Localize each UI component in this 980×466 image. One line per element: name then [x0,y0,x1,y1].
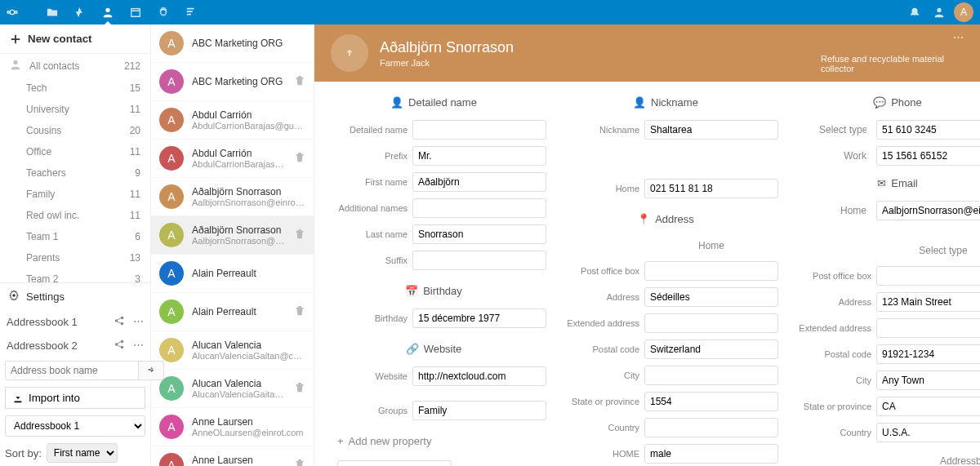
share-icon[interactable] [114,315,125,329]
sidebar-group-item[interactable]: Office11 [0,141,150,162]
addr1-ext-input[interactable] [644,313,778,333]
email-input[interactable] [876,201,980,220]
new-contact-button[interactable]: New contact [0,24,150,54]
sidebar-group-item[interactable]: University11 [0,99,150,120]
addr1-address-input[interactable] [644,287,778,307]
nickname-input[interactable] [644,120,778,140]
calendar-icon[interactable] [129,6,142,19]
addr1-state-input[interactable] [644,392,778,411]
group-label: University [26,104,69,115]
contact-list-item[interactable]: AAbdul CarriónAbdulCarrionBarajas@gustr.… [151,140,314,178]
contact-list-item[interactable]: AABC Marketing ORG [151,63,314,101]
delete-icon[interactable] [294,459,305,467]
property-type-select[interactable]: Choose property type [337,460,452,466]
lastname-input[interactable] [412,224,546,244]
sidebar-group-item[interactable]: Teachers9 [0,162,150,184]
addr2-po-input[interactable] [876,266,980,286]
phone2-type[interactable] [814,147,871,165]
location-icon: 📍 [637,213,650,225]
more-icon[interactable]: ⋯ [133,315,144,329]
addr1-home-input[interactable] [644,444,778,464]
groups-input[interactable] [412,401,546,420]
contact-list-item[interactable]: AAlain Perreault [151,293,314,331]
contact-name: Aðalbjörn Snorrason [380,39,514,56]
sidebar-group-item[interactable]: Cousins20 [0,120,150,141]
contact-list-item[interactable]: AABC Marketing ORG [151,24,314,63]
addr1-postal-input[interactable] [644,340,778,359]
user-avatar[interactable]: A [954,2,973,22]
share-icon[interactable] [933,6,946,19]
logo[interactable] [7,7,39,18]
sidebar-group-item[interactable]: Family11 [0,184,150,205]
contact-list-item[interactable]: AAlain Perreault [151,255,314,293]
contact-avatar: A [159,376,184,401]
share-icon[interactable] [114,339,125,353]
group-label: Office [26,146,51,158]
addr2-address-input[interactable] [876,292,980,312]
add-property-button[interactable]: +Add new property [337,435,546,447]
phone1-input[interactable] [876,120,980,140]
import-target-select[interactable]: Addressbook 1 [5,415,145,437]
addr1-po-input[interactable] [644,261,778,281]
phone1-type[interactable] [814,121,871,139]
contact-name: Alain Perreault [192,268,305,279]
addressbook-name-input[interactable] [5,361,139,380]
settings-nav-icon[interactable] [157,6,170,19]
delete-icon[interactable] [294,305,305,319]
delete-icon[interactable] [294,152,305,166]
contact-list-item[interactable]: AAnne LaursenAnneOLaursen@einrot.com [151,408,314,446]
email-type[interactable] [814,202,871,220]
contact-list-item[interactable]: AAðalbjörn SnorrasonAalbjornSnorrason@ei… [151,216,314,255]
sidebar-group-item[interactable]: Red owl inc.11 [0,205,150,226]
sidebar-group-item[interactable]: All contacts212 [0,54,150,78]
sidebar-group-item[interactable]: Tech15 [0,78,150,99]
contact-avatar: A [159,146,184,171]
sidebar-group-item[interactable]: Parents13 [0,247,150,269]
activity-icon[interactable] [74,6,87,19]
website-input[interactable] [412,366,546,386]
sort-select[interactable]: First name [47,443,118,463]
contact-email: AlucanValenciaGaitan@cuvox.de [192,389,286,399]
detailed-name-input[interactable] [412,120,546,140]
addr2-country-input[interactable] [876,423,980,442]
addr1-city-input[interactable] [644,366,778,385]
addr2-postal-input[interactable] [876,344,980,364]
contact-list-item[interactable]: AAnne LaursenAnneOLaursen@einrot.com [151,446,314,466]
delete-icon[interactable] [294,229,305,242]
contact-role: Refuse and recyclable material collector [821,54,980,73]
group-count: 3 [135,273,140,282]
contacts-icon[interactable] [101,6,114,19]
addr2-state-input[interactable] [876,397,980,416]
settings-toggle[interactable]: Settings [0,282,150,310]
more-icon[interactable]: ⋯ [953,31,964,43]
upload-avatar[interactable] [331,34,368,72]
contact-list-item[interactable]: AAlucan ValenciaAlucanValenciaGaitan@cuv… [151,331,314,370]
files-icon[interactable] [46,6,59,19]
menu-icon[interactable] [185,6,198,19]
firstname-input[interactable] [412,172,546,192]
addr1-country-input[interactable] [644,418,778,437]
notifications-icon[interactable] [908,6,921,19]
contact-list-item[interactable]: AAlucan ValenciaAlucanValenciaGaitan@cuv… [151,370,314,408]
birthday-input[interactable] [412,308,546,328]
contact-avatar: A [159,300,184,324]
contact-list-item[interactable]: AAðalbjörn SnorrasonAalbjornSnorrason@ei… [151,178,314,216]
more-icon[interactable]: ⋯ [133,339,144,353]
phone2-input[interactable] [876,146,980,166]
addr2-type[interactable] [876,242,980,260]
addr2-ext-input[interactable] [876,318,980,338]
addr1-type[interactable] [644,237,778,255]
contact-list-item[interactable]: AAbdul CarriónAbdulCarrionBarajas@gustr.… [151,101,314,140]
prefix-input[interactable] [412,146,546,166]
import-button[interactable]: Import into [5,387,145,409]
group-count: 13 [130,252,140,264]
sidebar-group-item[interactable]: Team 16 [0,226,150,247]
contact-avatar: A [159,453,184,466]
suffix-input[interactable] [412,251,546,270]
sidebar-group-item[interactable]: Team 23 [0,269,150,282]
phone-home-input[interactable] [644,179,778,198]
delete-icon[interactable] [294,75,305,89]
addr2-city-input[interactable] [876,371,980,390]
additional-input[interactable] [412,198,546,218]
delete-icon[interactable] [294,382,305,396]
